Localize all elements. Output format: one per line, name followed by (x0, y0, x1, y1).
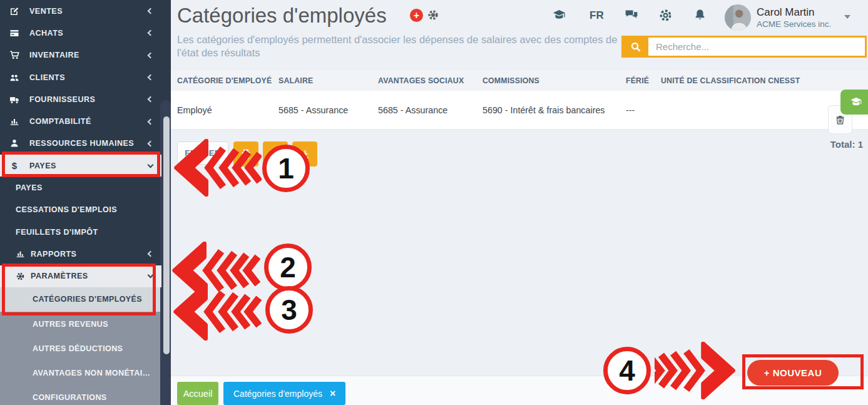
chevron-left-icon (148, 52, 154, 58)
users-icon (8, 73, 21, 83)
fermer-button[interactable]: FERMER (177, 141, 228, 165)
parametres-submenu: CATÉGORIES D'EMPLOYÉS AUTRES REVENUS AUT… (0, 287, 161, 405)
tutorial-graduation-cap-icon[interactable] (840, 90, 868, 115)
chevron-left-icon (148, 96, 154, 103)
search-icon[interactable] (623, 38, 648, 56)
sidebar-item-autres-deductions[interactable]: AUTRES DÉDUCTIONS (0, 336, 161, 361)
total-count: Total: 1 (830, 139, 863, 150)
table-row[interactable]: Employé 5685 - Assurance 5685 - Assuranc… (171, 91, 868, 130)
sidebar-item-feuillets-impot[interactable]: FEUILLETS D'IMPÔT (0, 221, 161, 243)
chevron-left-icon (148, 74, 154, 81)
person-icon (8, 138, 21, 148)
sidebar-item-avantages-non-monetaires[interactable]: AVANTAGES NON MONÉTAI… (0, 361, 161, 385)
sidebar-item-cessations-emplois[interactable]: CESSATIONS D'EMPLOIS (0, 199, 161, 221)
chevron-left-icon (148, 140, 154, 146)
invoice-icon (8, 28, 21, 38)
sidebar-item-payes[interactable]: $ PAYES (0, 155, 161, 177)
sidebar-item-categories-employes[interactable]: CATÉGORIES D'EMPLOYÉS (0, 287, 161, 312)
sidebar-item-autres-revenus[interactable]: AUTRES REVENUS (0, 312, 161, 336)
sidebar-item-payes-sub[interactable]: PAYES (0, 177, 161, 198)
sidebar-item-achats[interactable]: ACHATS (0, 22, 161, 44)
company-name: ACME Services inc. (757, 19, 831, 29)
chevron-left-icon (148, 118, 154, 125)
dollar-icon: $ (8, 160, 21, 171)
sidebar-item-comptabilite[interactable]: COMPTABILITÉ (0, 110, 161, 132)
chevron-down-icon (148, 272, 154, 279)
gear-icon[interactable] (658, 8, 673, 25)
graduation-cap-icon[interactable] (551, 8, 568, 24)
sidebar-item-rapports[interactable]: RAPPORTS (0, 243, 161, 265)
gear-icon[interactable] (427, 9, 439, 24)
sidebar-scrollbar-thumb[interactable] (163, 116, 170, 354)
sidebar-item-configurations[interactable]: CONFIGURATIONS (0, 386, 161, 405)
chevron-down-icon[interactable] (844, 15, 850, 19)
main-content: Catégories d'employés + Les catégories d… (171, 0, 868, 405)
sidebar-item-ventes[interactable]: VENTES (0, 0, 161, 22)
nouveau-button[interactable]: + NOUVEAU (747, 360, 839, 386)
language-switcher[interactable]: FR (590, 9, 604, 22)
export-file-button[interactable] (263, 141, 288, 167)
print-button[interactable] (233, 141, 258, 167)
sidebar-item-inventaire[interactable]: INVENTAIRE (0, 44, 161, 66)
gear-icon (16, 272, 25, 281)
download-button[interactable] (292, 141, 317, 167)
sidebar-item-ressources-humaines[interactable]: RESSOURCES HUMAINES (0, 133, 161, 155)
chevron-left-icon (148, 251, 154, 257)
chevron-left-icon (148, 30, 154, 36)
sidebar-item-clients[interactable]: CLIENTS (0, 66, 161, 88)
avatar[interactable] (725, 4, 751, 31)
table-header: CATÉGORIE D'EMPLOYÉ SALAIRE AVANTAGES SO… (171, 71, 868, 91)
sidebar-item-fournisseurs[interactable]: FOURNISSEURS (0, 88, 161, 110)
search-bar (621, 36, 867, 58)
home-tab[interactable]: Accueil (177, 382, 218, 405)
close-tab-icon[interactable]: × (330, 388, 335, 399)
open-tab-categories-employes[interactable]: Catégories d'employés × (223, 382, 345, 405)
chevron-left-icon (148, 8, 154, 14)
sidebar-item-parametres[interactable]: PARAMÈTRES (0, 265, 161, 287)
chat-icon[interactable] (624, 8, 639, 24)
user-name: Carol Martin (757, 6, 815, 19)
sidebar: VENTES ACHATS INVENTAIRE CLIENTS FOURNIS… (0, 0, 171, 405)
bar-chart-icon (16, 249, 25, 259)
app-window: VENTES ACHATS INVENTAIRE CLIENTS FOURNIS… (0, 0, 868, 405)
page-title: Catégories d'employés (177, 4, 387, 28)
edit-icon (8, 6, 21, 16)
bar-chart-icon (8, 116, 21, 126)
search-input[interactable] (648, 38, 865, 56)
truck-icon (8, 95, 21, 105)
chevron-down-icon (148, 161, 154, 168)
bell-icon[interactable] (693, 8, 707, 24)
add-icon[interactable]: + (410, 9, 423, 22)
cart-icon (8, 50, 21, 60)
